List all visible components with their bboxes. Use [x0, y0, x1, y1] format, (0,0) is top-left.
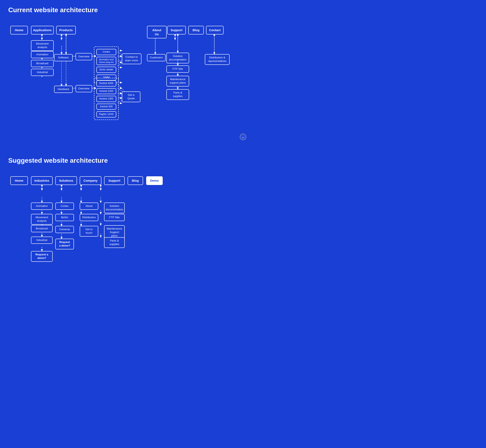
support-ftp: FTP Site [167, 65, 189, 73]
prod-raptor: Raptor 12HS [96, 111, 116, 118]
sug-sup-solution-doc: Solution documentation [104, 202, 125, 213]
prod-cortex: Cortex [96, 49, 116, 55]
prod-hardware: Hardware [54, 86, 73, 93]
prod-kestrel1300: Kestrel 1300 [96, 96, 116, 102]
sug-ind-animation: Animation [31, 202, 53, 210]
sug-comp-about: About [80, 202, 98, 210]
prod-software: Software [54, 54, 73, 61]
get-quote: Get a Quote [122, 91, 140, 102]
sug-ind-request-demo: Request a demo? [31, 251, 53, 262]
prod-sonic: Sonic viewer [96, 67, 116, 73]
sug-sol-cameras: Cameras [55, 226, 74, 233]
sug-nav-solutions[interactable]: Solutions [55, 176, 77, 185]
sug-comp-distributors: Distributors [80, 214, 98, 221]
prod-kestral4200: Kestral 4200 [96, 80, 116, 87]
sug-nav-blog[interactable]: Blog [127, 176, 143, 185]
sug-sup-parts: Parts & supplies [104, 237, 125, 248]
suggested-arch-title: Suggested website architecture [8, 157, 478, 164]
sug-sol-cortex: Cortex [55, 202, 74, 210]
about-customers: Customers [147, 54, 166, 61]
page-container: Current website architecture [0, 0, 486, 286]
app-movement: Movement analysis [31, 40, 54, 51]
nav-products[interactable]: Products [56, 26, 76, 34]
contact-learn-more: Contact to learn more [122, 54, 141, 64]
sug-ind-broadcast: Broadcast [31, 225, 53, 232]
sug-nav-demo[interactable]: Demo [146, 176, 163, 185]
prod-kestral2200: Kestral 2200 [96, 88, 116, 94]
nav-applications[interactable]: Applications [31, 26, 54, 34]
hardware-overview: Overview [76, 85, 92, 92]
nav-about-us[interactable]: About Us [147, 26, 167, 38]
contact-distributors: Distributors & representatives [205, 54, 230, 65]
nav-contact[interactable]: Contact [206, 26, 223, 34]
current-arch-section: Current website architecture [8, 6, 478, 144]
software-items-group: Cortex Animation and Game plug-ins Sonic… [94, 47, 119, 83]
prod-kestrel300: Kestrel 300 [96, 104, 116, 110]
sug-sup-ftp: FTP Site [104, 214, 125, 221]
sug-nav-company[interactable]: Company [80, 176, 101, 185]
software-overview: Overview [76, 53, 92, 60]
support-solution-doc: Solution documentation [167, 53, 189, 63]
hardware-items-group: Kestral 4200 Kestral 2200 Kestrel 1300 K… [94, 78, 119, 120]
sug-nav-industries[interactable]: Industries [31, 176, 53, 185]
nav-support[interactable]: Support [167, 26, 186, 34]
suggested-arch-diagram: Home Industries Solutions Company Suppor… [8, 173, 235, 261]
sug-ind-industrial: Industrial [31, 237, 53, 244]
sug-comp-get-in-touch: Get in touch [80, 226, 98, 237]
current-arch-diagram: Home Applications Products About Us Supp… [8, 22, 235, 127]
nav-home[interactable]: Home [10, 26, 28, 34]
nav-blog[interactable]: Blog [188, 26, 204, 34]
support-maintenance: Maintenance support plans [167, 76, 189, 87]
sug-nav-support[interactable]: Support [104, 176, 125, 185]
app-animation: Animation [31, 51, 54, 58]
collapse-btn-container: ⌄ [8, 129, 478, 144]
collapse-button[interactable]: ⌄ [240, 134, 246, 140]
app-broadcast: Broadcast [31, 60, 54, 67]
app-industrial: Industrial [31, 69, 54, 76]
sug-nav-home[interactable]: Home [10, 176, 28, 185]
sug-sol-request-demo: Request a demo? [55, 239, 74, 249]
current-arch-title: Current website architecture [8, 6, 478, 14]
sug-ind-movement: Movement analysis [31, 214, 53, 225]
prod-anim-plug: Animation and Game plug-ins [96, 57, 116, 65]
support-parts: Parts & supplies [167, 89, 189, 100]
sug-sol-basix: BaSix [55, 214, 74, 221]
suggested-arch-section: Suggested website architecture [8, 157, 478, 261]
